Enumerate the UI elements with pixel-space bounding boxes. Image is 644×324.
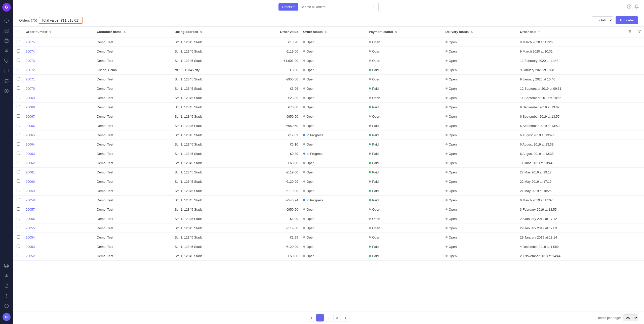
cell-row-actions[interactable]: ··· bbox=[625, 140, 635, 149]
row-checkbox[interactable] bbox=[17, 217, 20, 220]
sidebar-item-help[interactable] bbox=[2, 301, 11, 310]
cell-row-actions[interactable]: ··· bbox=[625, 177, 635, 186]
cell-row-actions[interactable]: ··· bbox=[625, 37, 635, 47]
row-checkbox[interactable] bbox=[17, 105, 20, 108]
select-all-checkbox-cell[interactable] bbox=[13, 27, 23, 37]
cell-order-number[interactable]: 20053 bbox=[23, 242, 94, 251]
app-logo[interactable]: G bbox=[2, 3, 11, 12]
pagination-next[interactable]: › bbox=[342, 314, 349, 321]
cell-order-number[interactable]: 20052 bbox=[23, 251, 94, 261]
cell-row-actions[interactable]: ··· bbox=[625, 47, 635, 56]
cell-order-number[interactable]: 20054 bbox=[23, 233, 94, 242]
row-checkbox-cell[interactable] bbox=[13, 47, 23, 56]
row-checkbox-cell[interactable] bbox=[13, 214, 23, 223]
sidebar-item-shipping[interactable] bbox=[2, 261, 11, 270]
cell-order-number[interactable]: 20074 bbox=[23, 47, 94, 56]
row-checkbox[interactable] bbox=[17, 170, 20, 173]
cell-row-actions[interactable]: ··· bbox=[625, 186, 635, 196]
cell-order-number[interactable]: 20061 bbox=[23, 168, 94, 177]
pagination-page-2[interactable]: 2 bbox=[325, 314, 332, 321]
cell-row-actions[interactable]: ··· bbox=[625, 214, 635, 223]
header-order-value[interactable]: Order value bbox=[247, 27, 301, 37]
cell-order-number[interactable]: 20067 bbox=[23, 112, 94, 121]
sidebar-item-settings[interactable] bbox=[2, 86, 11, 96]
row-checkbox-cell[interactable] bbox=[13, 205, 23, 214]
cell-order-number[interactable]: 20055 bbox=[23, 223, 94, 233]
cell-row-actions[interactable]: ··· bbox=[625, 75, 635, 84]
orders-dropdown-button[interactable]: Orders ▾ bbox=[278, 3, 298, 11]
cell-row-actions[interactable]: ··· bbox=[625, 242, 635, 251]
sidebar-item-inventory[interactable] bbox=[2, 271, 11, 280]
sidebar-item-messages[interactable] bbox=[2, 66, 11, 75]
row-checkbox[interactable] bbox=[17, 68, 20, 71]
row-checkbox[interactable] bbox=[17, 245, 20, 248]
cell-order-number[interactable]: 20059 bbox=[23, 186, 94, 196]
sidebar-item-analytics[interactable] bbox=[2, 26, 11, 35]
pagination-page-3[interactable]: 3 bbox=[333, 314, 341, 321]
cell-row-actions[interactable]: ··· bbox=[625, 205, 635, 214]
header-order-number[interactable]: Order number ⇅ bbox=[23, 27, 94, 37]
cell-row-actions[interactable]: ··· bbox=[625, 158, 635, 168]
cell-order-number[interactable]: 20071 bbox=[23, 75, 94, 84]
header-order-status[interactable]: Order status ⇅ bbox=[301, 27, 366, 37]
cell-row-actions[interactable]: ··· bbox=[625, 130, 635, 140]
cell-order-number[interactable]: 20070 bbox=[23, 84, 94, 93]
cell-order-number[interactable]: 20073 bbox=[23, 56, 94, 65]
row-checkbox[interactable] bbox=[17, 235, 20, 239]
row-checkbox-cell[interactable] bbox=[13, 186, 23, 196]
cell-row-actions[interactable]: ··· bbox=[625, 56, 635, 65]
cell-row-actions[interactable]: ··· bbox=[625, 168, 635, 177]
cell-order-number[interactable]: 20056 bbox=[23, 214, 94, 223]
sidebar-item-more[interactable] bbox=[2, 291, 11, 300]
row-checkbox-cell[interactable] bbox=[13, 168, 23, 177]
cell-order-number[interactable]: 20060 bbox=[23, 177, 94, 186]
sidebar-item-orders[interactable] bbox=[2, 36, 11, 45]
cell-order-number[interactable]: 20062 bbox=[23, 158, 94, 168]
header-payment-status[interactable]: Payment status ⇅ bbox=[366, 27, 443, 37]
cell-order-number[interactable]: 20058 bbox=[23, 196, 94, 205]
row-checkbox[interactable] bbox=[17, 179, 20, 183]
row-checkbox-cell[interactable] bbox=[13, 251, 23, 261]
row-checkbox-cell[interactable] bbox=[13, 37, 23, 47]
cell-order-number[interactable]: 20063 bbox=[23, 149, 94, 158]
header-customer-name[interactable]: Customer name ⇅ bbox=[94, 27, 172, 37]
row-checkbox[interactable] bbox=[17, 133, 20, 136]
cell-order-number[interactable]: 20068 bbox=[23, 103, 94, 112]
row-checkbox[interactable] bbox=[17, 124, 20, 127]
sidebar-item-reports[interactable] bbox=[2, 281, 11, 290]
per-page-select[interactable]: 25 50 100 bbox=[623, 314, 638, 321]
row-checkbox-cell[interactable] bbox=[13, 130, 23, 140]
row-checkbox[interactable] bbox=[17, 96, 20, 99]
row-checkbox-cell[interactable] bbox=[13, 65, 23, 75]
sidebar-item-integrations[interactable] bbox=[2, 76, 11, 85]
row-checkbox-cell[interactable] bbox=[13, 149, 23, 158]
row-checkbox-cell[interactable] bbox=[13, 56, 23, 65]
header-delivery-status[interactable]: Delivery status ⇅ bbox=[443, 27, 517, 37]
row-checkbox[interactable] bbox=[17, 114, 20, 118]
row-checkbox[interactable] bbox=[17, 207, 20, 211]
header-billing-address[interactable]: Billing address ⇅ bbox=[172, 27, 247, 37]
row-checkbox-cell[interactable] bbox=[13, 103, 23, 112]
cell-row-actions[interactable]: ··· bbox=[625, 103, 635, 112]
search-input[interactable] bbox=[301, 5, 373, 9]
cell-row-actions[interactable]: ··· bbox=[625, 233, 635, 242]
row-checkbox[interactable] bbox=[17, 77, 20, 80]
cell-order-number[interactable]: 20075 bbox=[23, 37, 94, 47]
row-checkbox[interactable] bbox=[17, 142, 20, 146]
help-icon[interactable] bbox=[627, 4, 631, 10]
row-checkbox-cell[interactable] bbox=[13, 93, 23, 103]
row-checkbox[interactable] bbox=[17, 49, 20, 53]
cell-order-number[interactable]: 20064 bbox=[23, 140, 94, 149]
sidebar-item-promotions[interactable] bbox=[2, 56, 11, 65]
row-checkbox-cell[interactable] bbox=[13, 84, 23, 93]
language-select[interactable]: English bbox=[592, 16, 613, 24]
row-checkbox[interactable] bbox=[17, 152, 20, 155]
row-checkbox-cell[interactable] bbox=[13, 177, 23, 186]
header-col-toggle[interactable] bbox=[625, 27, 635, 37]
select-all-checkbox[interactable] bbox=[17, 30, 20, 33]
cell-row-actions[interactable]: ··· bbox=[625, 93, 635, 103]
pagination-prev[interactable]: ‹ bbox=[308, 314, 315, 321]
row-checkbox[interactable] bbox=[17, 189, 20, 192]
row-checkbox-cell[interactable] bbox=[13, 196, 23, 205]
cell-order-number[interactable]: 20072 bbox=[23, 65, 94, 75]
